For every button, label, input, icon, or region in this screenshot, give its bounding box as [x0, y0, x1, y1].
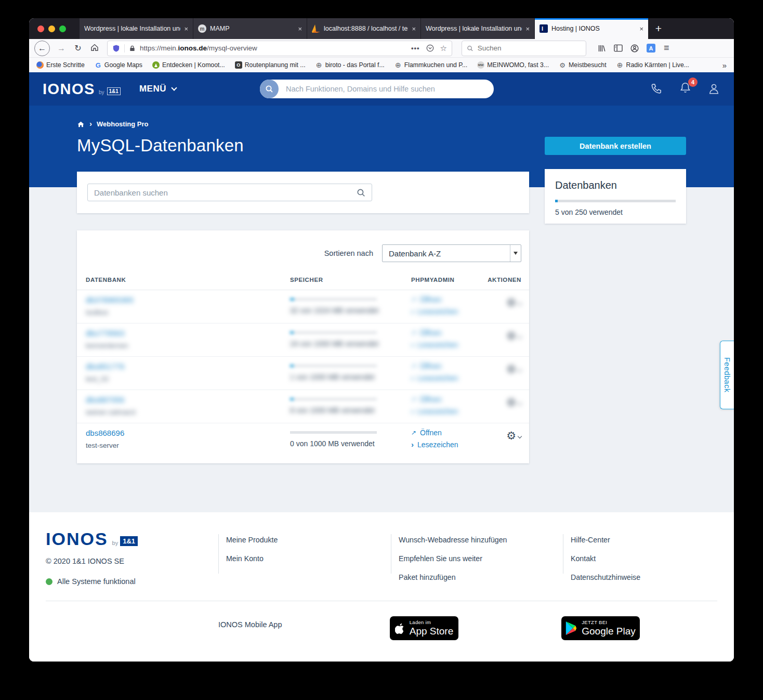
- phpmyadmin-open-link[interactable]: ↗Öffnen: [411, 395, 480, 404]
- komoot-icon: [152, 61, 160, 69]
- tracking-protection-shield-icon[interactable]: [112, 44, 120, 53]
- menu-hamburger-icon[interactable]: ≡: [664, 43, 669, 54]
- forward-button[interactable]: →: [55, 44, 68, 53]
- create-database-button[interactable]: Datenbank erstellen: [545, 137, 686, 155]
- tab-close-icon[interactable]: ×: [525, 25, 530, 33]
- header-search-bar[interactable]: [260, 80, 494, 98]
- external-link-icon: ↗: [411, 429, 416, 436]
- bookmark-item[interactable]: MWMEINWOMO, fast 3...: [477, 61, 549, 69]
- row-actions-menu[interactable]: ⚙: [480, 329, 521, 341]
- zoom-window-button[interactable]: [59, 25, 66, 32]
- bookmark-item[interactable]: Erste Schritte: [36, 61, 85, 69]
- active-tab-indicator: [535, 18, 648, 20]
- footer-link[interactable]: Empfehlen Sie uns weiter: [399, 554, 507, 563]
- row-actions-menu[interactable]: ⚙: [480, 295, 521, 308]
- ionos-logo[interactable]: IONOSby1&1: [43, 81, 121, 98]
- column-header-phpmyadmin: PHPMYADMIN: [411, 277, 480, 283]
- sort-select[interactable]: Datenbank A-Z: [382, 244, 521, 262]
- database-name-link[interactable]: dbs851776: [86, 362, 124, 371]
- database-name-link[interactable]: dbs887056: [86, 395, 124, 404]
- chevron-right-icon: ›: [411, 340, 414, 349]
- gear-icon: ⚙: [506, 297, 516, 308]
- database-table-row: dbs779563kennenlernen24 von 1000 MB verw…: [77, 323, 529, 357]
- database-search-box[interactable]: [87, 184, 372, 201]
- gplay-badge-bottom-text: Google Play: [582, 626, 636, 637]
- page-actions-icon[interactable]: •••: [411, 44, 420, 52]
- browser-tab[interactable]: IHosting | IONOS×: [535, 18, 649, 39]
- bookmark-item[interactable]: ORoutenplanung mit ...: [235, 61, 306, 69]
- tab-close-icon[interactable]: ×: [298, 25, 302, 33]
- sidebar-icon[interactable]: [614, 44, 623, 52]
- header-search-input[interactable]: [286, 85, 483, 93]
- bookmark-item[interactable]: ⊕biroto - das Portal f...: [315, 61, 385, 69]
- footer-horizontal-divider: [46, 601, 717, 601]
- tab-close-icon[interactable]: ×: [412, 25, 416, 33]
- ionos-favicon: I: [540, 24, 548, 33]
- gear-icon: ⚙: [506, 431, 516, 441]
- menu-button[interactable]: MENÜ: [139, 84, 176, 94]
- browser-tab[interactable]: mMAMP×: [193, 18, 307, 39]
- phpmyadmin-bookmark-link[interactable]: ›Lesezeichen: [411, 407, 480, 416]
- database-name-link[interactable]: dbs779563: [86, 329, 124, 338]
- minimize-window-button[interactable]: [48, 25, 55, 32]
- feedback-tab[interactable]: Feedback: [720, 341, 734, 409]
- browser-tab[interactable]: Wordpress | lokale Installation und U×: [80, 18, 193, 39]
- phpmyadmin-open-link[interactable]: ↗Öffnen: [411, 429, 480, 437]
- bookmark-item[interactable]: ⊕Radio Kärnten | Live...: [616, 61, 689, 69]
- footer-link[interactable]: Meine Produkte: [226, 536, 278, 544]
- browser-search-box[interactable]: [462, 41, 586, 56]
- phpmyadmin-bookmark-link[interactable]: ›Lesezeichen: [411, 307, 480, 316]
- home-button[interactable]: [88, 43, 101, 54]
- back-button[interactable]: ←: [34, 41, 50, 56]
- translate-addon-icon[interactable]: A: [647, 44, 655, 53]
- notifications-button[interactable]: 4: [679, 81, 692, 97]
- phpmyadmin-open-link[interactable]: ↗Öffnen: [411, 362, 480, 370]
- google-play-badge[interactable]: JETZT BEIGoogle Play: [561, 616, 640, 640]
- bookmark-item[interactable]: ⊕Flammkuchen und P...: [394, 61, 467, 69]
- breadcrumb-section[interactable]: Webhosting Pro: [97, 120, 148, 128]
- system-status[interactable]: Alle Systeme funktional: [46, 577, 136, 586]
- bookmark-item[interactable]: Entdecken | Komoot...: [152, 61, 225, 69]
- footer-link[interactable]: Datenschutzhinweise: [571, 573, 640, 581]
- user-account-icon[interactable]: [707, 82, 720, 96]
- footer-link[interactable]: Hilfe-Center: [571, 536, 640, 544]
- tab-close-icon[interactable]: ×: [184, 25, 188, 33]
- new-tab-button[interactable]: +: [649, 18, 668, 39]
- tab-close-icon[interactable]: ×: [639, 25, 643, 33]
- bookmarks-overflow-chevron[interactable]: »: [722, 61, 727, 70]
- phpmyadmin-bookmark-link[interactable]: ›Lesezeichen: [411, 440, 480, 449]
- browser-search-input[interactable]: [478, 44, 581, 52]
- browser-tab[interactable]: localhost:8888 / localhost / test×: [307, 18, 421, 39]
- database-name-link[interactable]: dbs868696: [86, 429, 124, 437]
- bookmark-label: Flammkuchen und P...: [404, 61, 467, 69]
- row-actions-menu[interactable]: ⚙: [480, 362, 521, 374]
- footer-link[interactable]: Mein Konto: [226, 554, 278, 563]
- phpmyadmin-open-link[interactable]: ↗Öffnen: [411, 329, 480, 337]
- route-planner-icon: O: [235, 61, 242, 69]
- close-window-button[interactable]: [37, 25, 44, 32]
- bookmark-item[interactable]: ⚙Meistbesucht: [559, 61, 606, 69]
- row-actions-menu[interactable]: ⚙: [480, 429, 521, 441]
- app-store-badge[interactable]: Laden imApp Store: [390, 616, 458, 640]
- browser-tab[interactable]: Wordpress | lokale Installation und U×: [421, 18, 535, 39]
- database-search-input[interactable]: [94, 188, 357, 197]
- url-bar[interactable]: https://mein.ionos.de/mysql-overview •••…: [107, 41, 452, 56]
- row-actions-menu[interactable]: ⚙: [480, 395, 521, 408]
- reload-button[interactable]: ↻: [72, 43, 84, 53]
- phpmyadmin-open-link[interactable]: ↗Öffnen: [411, 295, 480, 304]
- bookmark-star-icon[interactable]: ☆: [440, 44, 447, 53]
- footer-link[interactable]: Kontakt: [571, 554, 640, 563]
- bookmark-item[interactable]: GGoogle Maps: [95, 61, 142, 69]
- phone-icon[interactable]: [650, 82, 663, 96]
- library-icon[interactable]: [598, 44, 606, 53]
- phpmyadmin-bookmark-link[interactable]: ›Lesezeichen: [411, 374, 480, 382]
- footer-link[interactable]: Paket hinzufügen: [399, 573, 507, 581]
- usage-progress-fill: [555, 200, 558, 202]
- phpmyadmin-bookmark-link[interactable]: ›Lesezeichen: [411, 341, 480, 349]
- pocket-icon[interactable]: [426, 44, 434, 52]
- footer-link[interactable]: Wunsch-Webadresse hinzufügen: [399, 536, 507, 544]
- account-icon[interactable]: [630, 44, 639, 53]
- database-name-link[interactable]: db378965365: [86, 295, 134, 304]
- home-breadcrumb-icon[interactable]: [77, 121, 85, 128]
- search-icon[interactable]: [357, 188, 365, 197]
